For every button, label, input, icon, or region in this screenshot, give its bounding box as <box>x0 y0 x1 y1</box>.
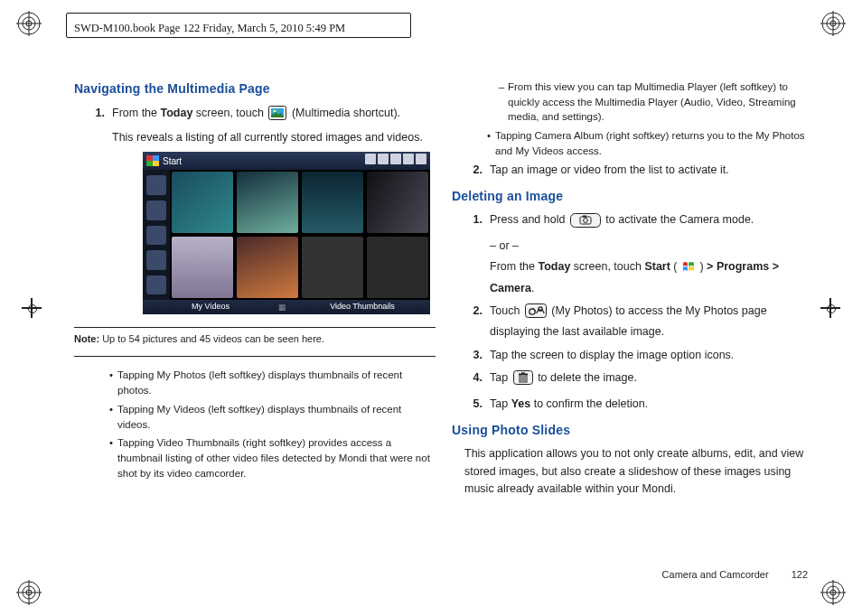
multimedia-shortcut-icon <box>268 106 286 126</box>
nav-bullet: Tapping Camera Album (right softkey) ret… <box>483 128 813 158</box>
framemaker-header: SWD-M100.book Page 122 Friday, March 5, … <box>74 22 345 35</box>
del-step-3: 3. Tap the screen to display the image o… <box>452 347 813 364</box>
registration-mark-icon <box>820 11 846 36</box>
step-number: 5. <box>452 396 490 413</box>
crop-cross-icon <box>820 298 840 318</box>
note-rule-top <box>74 327 436 328</box>
page-footer: Camera and Camcorder 122 <box>662 569 808 580</box>
svg-rect-36 <box>521 372 525 373</box>
thumbnail-grid <box>172 172 428 298</box>
nav-bullet: Tapping My Photos (left softkey) display… <box>105 368 436 397</box>
tray-icons <box>363 154 426 169</box>
footer-section: Camera and Camcorder <box>662 569 769 580</box>
del-step-4: 4. Tap to delete the image. <box>452 369 813 390</box>
windows-flag-icon <box>146 155 159 166</box>
left-softkey: My Videos <box>143 301 278 313</box>
windows-flag-icon <box>682 261 695 279</box>
device-softkeys: My Videos ▦ Video Thumbnails <box>143 300 430 314</box>
registration-mark-icon <box>16 580 42 605</box>
del-step-1: 1. Press and hold to activate the Camera… <box>452 211 813 297</box>
device-sidebar <box>143 170 170 300</box>
start-label: Start <box>163 154 182 169</box>
my-photos-icon <box>525 303 547 323</box>
step-number: 2. <box>452 303 490 341</box>
nav-bullet: Tapping My Videos (left softkey) display… <box>105 402 436 432</box>
heading-deleting: Deleting an Image <box>452 187 813 207</box>
nav-step-2: 2. Tap an image or video from the list t… <box>452 162 813 179</box>
note-text: Note: Up to 54 pictures and 45 videos ca… <box>74 331 436 347</box>
note-rule-bottom <box>74 356 436 357</box>
nav-sub-dash: From this view you can tap Multimedia Pl… <box>495 79 813 125</box>
registration-mark-icon <box>16 11 42 36</box>
nav-step-1: 1. From the Today screen, touch (Multime… <box>74 105 436 319</box>
trash-icon <box>513 370 533 390</box>
step-number: 1. <box>452 211 490 297</box>
step-number: 2. <box>452 162 490 179</box>
step-number: 3. <box>452 347 490 364</box>
camera-hardkey-icon <box>570 213 601 233</box>
heading-slides: Using Photo Slides <box>452 421 813 441</box>
del-step-2: 2. Touch (My Photos) to access the My Ph… <box>452 303 813 341</box>
right-softkey: Video Thumbnails <box>295 301 430 313</box>
step-number: 1. <box>74 105 112 319</box>
center-softkey-icon: ▦ <box>278 302 295 313</box>
slides-paragraph: This application allows you to not only … <box>464 445 813 498</box>
del-step-5: 5. Tap Yes to confirm the deletion. <box>452 396 813 413</box>
device-topbar: Start <box>143 152 430 170</box>
registration-mark-icon <box>820 580 846 605</box>
device-screenshot: Start My Videos ▦ Video Thumbnail <box>143 152 430 314</box>
right-column: From this view you can tap Multimedia Pl… <box>452 79 813 499</box>
footer-page-number: 122 <box>792 569 808 580</box>
svg-rect-26 <box>583 216 586 218</box>
crop-cross-icon <box>22 298 42 318</box>
step-number: 4. <box>452 369 490 390</box>
left-column: Navigating the Multimedia Page 1. From t… <box>74 79 436 484</box>
nav-bullet: Tapping Video Thumbnails (right softkey)… <box>105 435 436 481</box>
svg-rect-35 <box>519 374 528 376</box>
heading-navigating: Navigating the Multimedia Page <box>74 79 436 99</box>
